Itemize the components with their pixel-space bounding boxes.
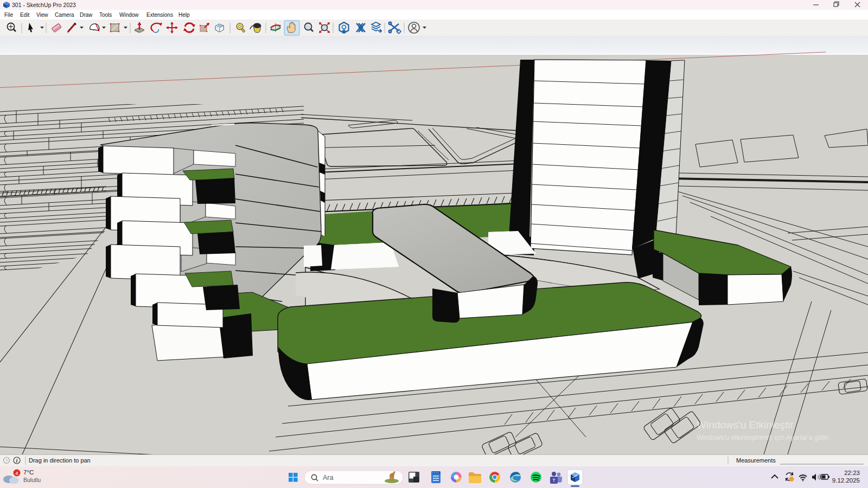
- svg-text:Windows'u etkinleştirmek için: Windows'u etkinleştirmek için Ayarlar'a …: [697, 434, 831, 441]
- svg-text:22:23: 22:23: [844, 470, 860, 476]
- svg-text:T: T: [552, 478, 556, 483]
- svg-text:Bulutlu: Bulutlu: [23, 477, 41, 483]
- svg-text:Ara: Ara: [323, 474, 334, 481]
- svg-text:7°C: 7°C: [23, 469, 34, 476]
- svg-text:?: ?: [5, 458, 8, 463]
- svg-text:Measurements: Measurements: [736, 457, 776, 464]
- svg-text:Windows'u Etkinleştir: Windows'u Etkinleştir: [697, 419, 794, 431]
- svg-text:4: 4: [15, 470, 18, 476]
- svg-text:9.12.2025: 9.12.2025: [832, 477, 860, 484]
- svg-text:Drag in direction to pan: Drag in direction to pan: [29, 457, 91, 464]
- svg-text:i: i: [16, 458, 18, 464]
